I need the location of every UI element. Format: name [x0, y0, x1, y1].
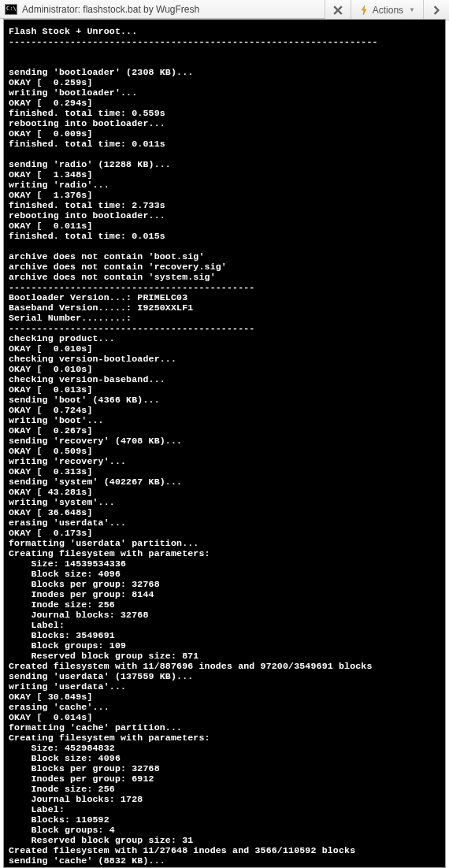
- console-output: Flash Stock + Unroot... ----------------…: [9, 26, 440, 868]
- actions-label: Actions: [373, 5, 403, 16]
- menu-button[interactable]: [424, 0, 449, 20]
- actions-button[interactable]: Actions ▼: [351, 0, 424, 20]
- top-toolbar: Actions ▼: [325, 0, 449, 20]
- cmd-icon: [5, 4, 17, 15]
- chevron-down-icon: ▼: [409, 6, 415, 13]
- lightning-icon: [359, 6, 369, 15]
- chevron-right-icon: [432, 6, 441, 15]
- close-button[interactable]: [325, 0, 351, 20]
- close-icon: [333, 6, 343, 15]
- terminal-window[interactable]: Flash Stock + Unroot... ----------------…: [3, 19, 446, 868]
